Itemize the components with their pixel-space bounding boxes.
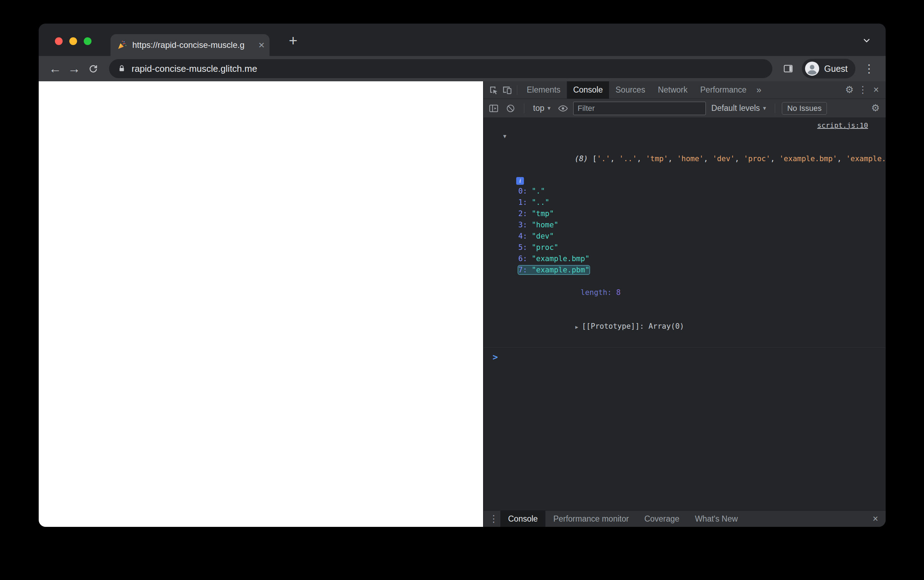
console-preview-token: 'example.pbm' bbox=[846, 155, 886, 163]
array-index: 5: bbox=[518, 243, 532, 252]
console-preview-token: , bbox=[837, 155, 846, 163]
filter-input[interactable] bbox=[573, 102, 706, 115]
tab-search-chevron-icon[interactable] bbox=[860, 34, 873, 47]
console-preview-token: 'example.bmp' bbox=[779, 155, 837, 163]
reload-button[interactable] bbox=[85, 61, 101, 77]
drawer-tab-coverage[interactable]: Coverage bbox=[636, 511, 687, 527]
window-content: ElementsConsoleSourcesNetworkPerformance… bbox=[39, 81, 886, 527]
separator bbox=[775, 104, 775, 113]
no-issues-button[interactable]: No Issues bbox=[782, 102, 827, 115]
source-link[interactable]: script.js:10 bbox=[817, 121, 868, 130]
chevron-down-icon: ▾ bbox=[763, 104, 766, 112]
array-entry: 1: ".." bbox=[518, 198, 550, 207]
devtools-tab-console[interactable]: Console bbox=[567, 81, 609, 99]
array-value: "dev" bbox=[532, 232, 554, 241]
console-preview-token: [ bbox=[592, 155, 597, 163]
drawer-menu-kebab-icon[interactable]: ⋮ bbox=[487, 512, 500, 526]
collapse-triangle-icon[interactable]: ▼ bbox=[503, 130, 506, 142]
array-index: 7: bbox=[518, 266, 532, 274]
window-controls bbox=[55, 37, 92, 45]
console-array-preview: (8) ['.', '..', 'tmp', 'home', 'dev', 'p… bbox=[575, 155, 886, 163]
expand-triangle-icon[interactable]: ▶ bbox=[575, 324, 578, 330]
chevron-down-icon: ▾ bbox=[547, 104, 551, 112]
log-levels-selector[interactable]: Default levels ▾ bbox=[709, 104, 768, 113]
tab-close-icon[interactable]: × bbox=[258, 40, 265, 50]
console-preview-token: , bbox=[610, 155, 619, 163]
prototype-row[interactable]: ▶[[Prototype]]: Array(0) bbox=[483, 309, 886, 344]
array-entry: 3: "home" bbox=[518, 221, 558, 229]
live-expression-eye-icon[interactable] bbox=[556, 102, 570, 115]
console-preview-token: 'dev' bbox=[712, 155, 735, 163]
array-entry-row: 7: "example.pbm" bbox=[483, 264, 886, 275]
tab-title: https://rapid-concise-muscle.g bbox=[132, 40, 253, 50]
array-value: ".." bbox=[532, 198, 550, 207]
console-toolbar: top ▾ Default levels ▾ bbox=[483, 99, 886, 118]
console-preview-token: 'proc' bbox=[744, 155, 771, 163]
drawer-tab-what-s-new[interactable]: What's New bbox=[687, 511, 746, 527]
array-entry: 2: "tmp" bbox=[518, 209, 554, 218]
array-length-row: length: 8 bbox=[483, 275, 886, 309]
console-prompt[interactable]: > bbox=[483, 351, 886, 364]
more-tabs-button[interactable]: » bbox=[753, 85, 765, 95]
console-preview-token: , bbox=[668, 155, 677, 163]
devtools-tab-bar-actions: ⚙ ⋮ × bbox=[843, 83, 886, 97]
clear-console-icon[interactable] bbox=[504, 102, 517, 115]
drawer-tab-console[interactable]: Console bbox=[500, 511, 546, 527]
console-preview-token: , bbox=[735, 155, 743, 163]
devtools-menu-kebab-icon[interactable]: ⋮ bbox=[856, 83, 870, 97]
profile-chip[interactable]: Guest bbox=[802, 59, 855, 79]
console-preview-token: (8) bbox=[575, 155, 592, 163]
context-selector[interactable]: top ▾ bbox=[531, 104, 553, 113]
devtools-tab-network[interactable]: Network bbox=[652, 81, 694, 99]
devtools-settings-gear-icon[interactable]: ⚙ bbox=[843, 83, 856, 97]
close-window-button[interactable] bbox=[55, 37, 62, 45]
devtools-close-icon[interactable]: × bbox=[870, 83, 883, 97]
zoom-window-button[interactable] bbox=[84, 37, 92, 45]
devtools-tab-sources[interactable]: Sources bbox=[609, 81, 651, 99]
console-settings-gear-icon[interactable]: ⚙ bbox=[869, 102, 882, 115]
url-text: rapid-concise-muscle.glitch.me bbox=[132, 63, 257, 74]
drawer-tab-performance-monitor[interactable]: Performance monitor bbox=[546, 511, 636, 527]
inspect-element-icon[interactable] bbox=[487, 83, 500, 97]
array-value: "example.pbm" bbox=[532, 266, 589, 274]
console-preview-token: 'tmp' bbox=[646, 155, 668, 163]
console-preview-token: '..' bbox=[619, 155, 637, 163]
prompt-chevron-icon: > bbox=[493, 352, 498, 362]
tab-strip: https://rapid-concise-muscle.g × + bbox=[39, 23, 886, 56]
new-tab-button[interactable]: + bbox=[285, 33, 301, 49]
browser-tab[interactable]: https://rapid-concise-muscle.g × bbox=[110, 34, 270, 56]
log-levels-label: Default levels bbox=[712, 104, 760, 113]
array-index: 1: bbox=[518, 198, 532, 207]
devtools-tab-list: ElementsConsoleSourcesNetworkPerformance bbox=[520, 81, 753, 99]
array-entry: 7: "example.pbm" bbox=[518, 266, 589, 274]
drawer-close-icon[interactable]: × bbox=[869, 512, 882, 526]
side-panel-button[interactable] bbox=[780, 61, 796, 77]
array-entry-row: 1: ".." bbox=[483, 197, 886, 208]
array-entry-row: 3: "home" bbox=[483, 219, 886, 231]
array-entry: 4: "dev" bbox=[518, 232, 554, 241]
array-index: 3: bbox=[518, 221, 532, 229]
array-value: "proc" bbox=[532, 243, 558, 252]
prototype-value: Array(0) bbox=[648, 322, 684, 331]
guest-avatar-icon bbox=[805, 61, 819, 76]
desktop-background: https://rapid-concise-muscle.g × + ← → bbox=[0, 0, 924, 580]
back-button[interactable]: ← bbox=[47, 61, 63, 77]
forward-button[interactable]: → bbox=[66, 61, 82, 77]
device-toolbar-icon[interactable] bbox=[500, 83, 514, 97]
array-value: "tmp" bbox=[532, 209, 554, 218]
address-bar[interactable]: rapid-concise-muscle.glitch.me bbox=[109, 59, 772, 78]
separator bbox=[517, 85, 517, 95]
array-entry: 6: "example.bmp" bbox=[518, 254, 589, 263]
devtools-tab-elements[interactable]: Elements bbox=[520, 81, 567, 99]
array-index: 4: bbox=[518, 232, 532, 241]
length-value: 8 bbox=[616, 288, 621, 297]
drawer-bar: ⋮ ConsolePerformance monitorCoverageWhat… bbox=[483, 510, 886, 527]
lock-icon[interactable] bbox=[118, 64, 126, 73]
browser-menu-button[interactable]: ⋮ bbox=[861, 61, 877, 77]
console-sidebar-icon[interactable] bbox=[487, 102, 500, 115]
array-index: 2: bbox=[518, 209, 532, 218]
minimize-window-button[interactable] bbox=[69, 37, 77, 45]
console-preview-token: , bbox=[704, 155, 712, 163]
console-array-rows: 0: "."1: ".."2: "tmp"3: "home"4: "dev"5:… bbox=[483, 186, 886, 275]
devtools-tab-performance[interactable]: Performance bbox=[694, 81, 753, 99]
